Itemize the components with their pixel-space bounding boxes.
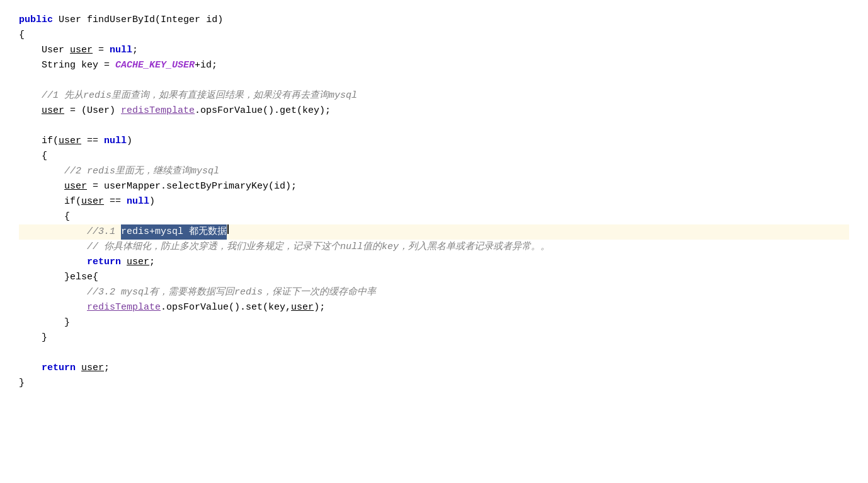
code-line-22: } [19,330,849,346]
code-line-6: //1 先从redis里面查询，如果有直接返回结果，如果没有再去查询mysql [19,88,849,103]
code-line-9: if(user == null) [19,134,849,149]
code-editor: public User findUserById(Integer id) { U… [0,0,868,483]
code-line-17: return user; [19,255,849,270]
code-line-16: // 你具体细化，防止多次穿透，我们业务规定，记录下这个null值的key，列入… [19,240,849,255]
code-line-18: }else{ [19,270,849,285]
code-line-1: public User findUserById(Integer id) [19,13,849,28]
type-user: User [59,13,81,28]
code-line-12: user = userMapper.selectByPrimaryKey(id)… [19,179,849,194]
code-line-23 [19,346,849,361]
code-line-20: redisTemplate.opsForValue().set(key,user… [19,300,849,315]
code-line-10: { [19,149,849,164]
text-selection: redis+mysql 都无数据 [121,224,227,240]
code-line-13: if(user == null) [19,194,849,209]
type-integer: Integer [161,13,200,28]
code-line-24: return user; [19,361,849,376]
code-line-7: user = (User) redisTemplate.opsForValue(… [19,103,849,119]
code-line-8 [19,119,849,134]
code-line-14: { [19,209,849,224]
code-line-4: String key = CACHE_KEY_USER+id; [19,58,849,73]
code-line-19: //3.2 mysql有，需要将数据写回redis，保证下一次的缓存命中率 [19,285,849,300]
code-line-3: User user = null; [19,43,849,58]
code-line-25: } [19,376,849,391]
code-line-15: //3.1 redis+mysql 都无数据 [19,224,849,240]
code-line-2: { [19,28,849,43]
code-line-21: } [19,315,849,330]
keyword-public: public [19,13,53,28]
method-name: findUserById [87,13,155,28]
code-line-11: //2 redis里面无，继续查询mysql [19,164,849,179]
code-line-5 [19,73,849,88]
